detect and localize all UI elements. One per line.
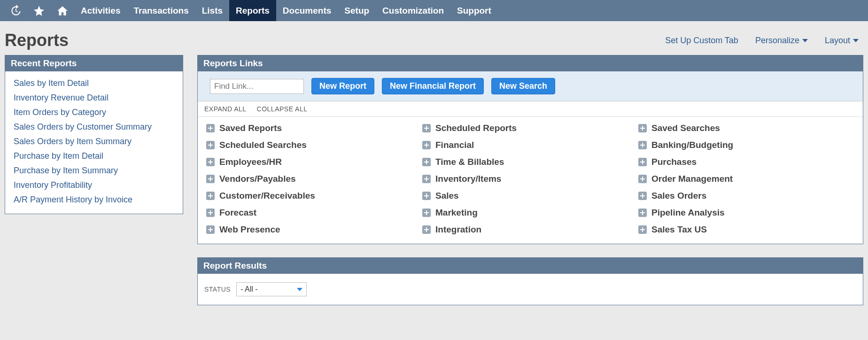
report-category[interactable]: Saved Reports [206, 122, 422, 135]
nav-activities[interactable]: Activities [74, 0, 127, 21]
recent-report-link[interactable]: Purchase by Item Detail [14, 149, 174, 163]
category-label: Sales Tax US [651, 224, 707, 235]
category-label: Scheduled Reports [435, 123, 517, 133]
personalize-dropdown[interactable]: Personalize [755, 36, 808, 46]
expand-icon [422, 209, 431, 217]
nav-reports[interactable]: Reports [229, 0, 276, 21]
report-results-header: Report Results [198, 258, 863, 274]
recent-report-link[interactable]: Sales Orders by Item Summary [14, 134, 174, 149]
nav-documents[interactable]: Documents [276, 0, 338, 21]
expand-icon [638, 209, 647, 217]
expand-icon [638, 225, 647, 234]
history-icon[interactable] [4, 0, 27, 21]
recent-report-link[interactable]: A/R Payment History by Invoice [14, 193, 174, 207]
recent-report-link[interactable]: Sales by Item Detail [14, 76, 174, 91]
category-label: Web Presence [219, 224, 280, 235]
chevron-down-icon [297, 288, 302, 291]
recent-reports-header: Recent Reports [5, 55, 183, 71]
report-category[interactable]: Banking/Budgeting [638, 139, 854, 152]
page-header: Reports Set Up Custom Tab Personalize La… [0, 21, 868, 55]
category-label: Financial [435, 140, 474, 150]
recent-report-link[interactable]: Item Orders by Category [14, 105, 174, 120]
nav-lists[interactable]: Lists [195, 0, 229, 21]
setup-custom-tab-link[interactable]: Set Up Custom Tab [665, 36, 738, 46]
report-category[interactable]: Inventory/Items [422, 172, 638, 185]
nav-support[interactable]: Support [450, 0, 498, 21]
report-category[interactable]: Integration [422, 223, 638, 236]
category-label: Banking/Budgeting [651, 140, 733, 150]
reports-links-panel: Reports Links New Report New Financial R… [197, 55, 863, 244]
expand-icon [206, 124, 215, 132]
new-report-button[interactable]: New Report [311, 78, 374, 94]
layout-dropdown[interactable]: Layout [825, 36, 859, 46]
expand-icon [638, 141, 647, 149]
report-category[interactable]: Sales [422, 189, 638, 202]
category-label: Integration [435, 224, 481, 235]
category-label: Sales [435, 191, 459, 201]
find-link-input[interactable] [210, 79, 304, 94]
recent-report-link[interactable]: Inventory Revenue Detail [14, 91, 174, 105]
expand-icon [206, 192, 215, 200]
expand-icon [206, 141, 215, 149]
expand-icon [638, 124, 647, 132]
report-category[interactable]: Marketing [422, 206, 638, 219]
expand-icon [638, 192, 647, 200]
chevron-down-icon [802, 39, 808, 42]
category-label: Pipeline Analysis [651, 208, 725, 218]
reports-links-header: Reports Links [198, 55, 863, 71]
report-category[interactable]: Scheduled Reports [422, 122, 638, 135]
chevron-down-icon [853, 39, 859, 42]
category-label: Forecast [219, 208, 256, 218]
report-category[interactable]: Customer/Receivables [206, 189, 422, 202]
status-select[interactable]: - All - [236, 282, 307, 296]
report-category[interactable]: Saved Searches [638, 122, 854, 135]
recent-report-link[interactable]: Inventory Profitability [14, 178, 174, 193]
new-search-button[interactable]: New Search [491, 78, 555, 94]
expand-icon [422, 141, 431, 149]
report-category[interactable]: Web Presence [206, 223, 422, 236]
expand-icon [638, 175, 647, 183]
status-value: - All - [240, 285, 257, 294]
category-label: Purchases [651, 157, 697, 167]
category-label: Inventory/Items [435, 174, 501, 184]
report-category[interactable]: Scheduled Searches [206, 139, 422, 152]
expand-icon [422, 175, 431, 183]
header-actions: Set Up Custom Tab Personalize Layout [665, 36, 863, 46]
category-label: Saved Searches [651, 123, 720, 133]
report-category[interactable]: Employees/HR [206, 155, 422, 169]
report-category[interactable]: Vendors/Payables [206, 172, 422, 185]
page-title: Reports [5, 31, 69, 50]
recent-reports-panel: Recent Reports Sales by Item Detail Inve… [5, 55, 183, 214]
top-nav: Activities Transactions Lists Reports Do… [0, 0, 868, 21]
expand-icon [638, 158, 647, 166]
report-category[interactable]: Order Management [638, 172, 854, 185]
category-label: Marketing [435, 208, 478, 218]
report-category[interactable]: Financial [422, 139, 638, 152]
star-icon[interactable] [27, 0, 51, 21]
report-results-panel: Report Results STATUS - All - [197, 257, 863, 305]
expand-icon [422, 124, 431, 132]
nav-customization[interactable]: Customization [376, 0, 450, 21]
recent-report-link[interactable]: Sales Orders by Customer Summary [14, 120, 174, 134]
category-label: Customer/Receivables [219, 191, 315, 201]
report-category[interactable]: Sales Tax US [638, 223, 854, 236]
expand-icon [422, 158, 431, 166]
expand-all-link[interactable]: EXPAND ALL [204, 105, 247, 113]
expand-icon [422, 192, 431, 200]
nav-transactions[interactable]: Transactions [127, 0, 195, 21]
collapse-all-link[interactable]: COLLAPSE ALL [257, 105, 308, 113]
nav-setup[interactable]: Setup [338, 0, 376, 21]
report-category[interactable]: Purchases [638, 155, 854, 169]
report-category[interactable]: Pipeline Analysis [638, 206, 854, 219]
expand-icon [206, 209, 215, 217]
category-label: Order Management [651, 174, 733, 184]
report-category[interactable]: Sales Orders [638, 189, 854, 202]
new-financial-report-button[interactable]: New Financial Report [382, 78, 484, 94]
expand-icon [206, 225, 215, 234]
home-icon[interactable] [51, 0, 74, 21]
category-label: Scheduled Searches [219, 140, 307, 150]
report-category[interactable]: Time & Billables [422, 155, 638, 169]
category-label: Vendors/Payables [219, 174, 296, 184]
recent-report-link[interactable]: Purchase by Item Summary [14, 163, 174, 178]
report-category[interactable]: Forecast [206, 206, 422, 219]
